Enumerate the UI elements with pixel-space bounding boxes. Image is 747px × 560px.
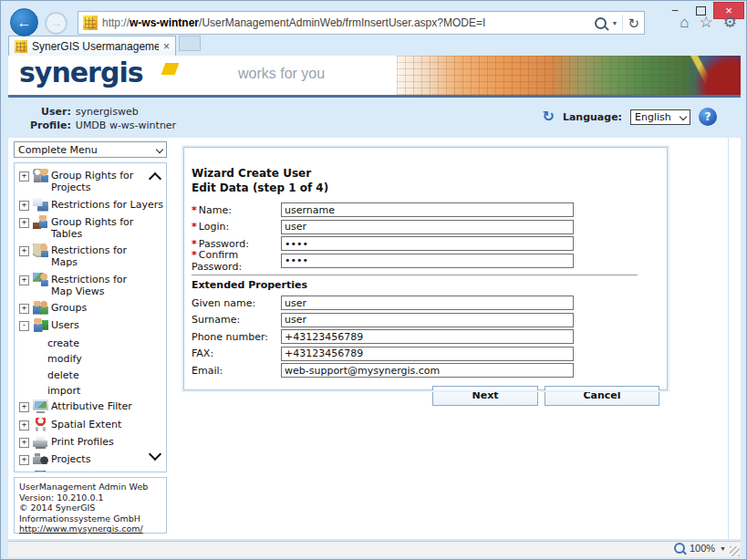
required-marker: *	[192, 249, 197, 261]
projects-icon	[33, 452, 48, 466]
url-text[interactable]: http://w-ws-wintner/UserManagementAdminW…	[102, 16, 590, 29]
tree-item-label: import	[47, 384, 80, 397]
email-label: Email:	[192, 365, 281, 377]
company-link[interactable]: http://www.mysynergis.com/	[19, 524, 143, 534]
tree-item-label: Group Rights for Tables	[51, 215, 164, 240]
groups-icon	[33, 301, 48, 315]
chevron-down-icon	[680, 113, 687, 120]
wizard-title: Wizard Create User	[192, 166, 659, 181]
map-views-globe-icon	[33, 471, 48, 472]
tree-item-groups[interactable]: + Groups	[19, 299, 164, 316]
zoom-magnifier-icon	[674, 543, 685, 554]
resize-grip[interactable]	[730, 546, 740, 556]
copyright: © 2014 SynerGIS	[19, 503, 161, 513]
label-text: Name:	[199, 204, 232, 216]
profile-value: UMDB w-ws-wintner	[76, 119, 176, 132]
expand-plus-icon[interactable]: +	[19, 420, 29, 430]
refresh-icon[interactable]: ↻	[628, 16, 639, 30]
login-input[interactable]	[281, 220, 574, 234]
tab-synergis-usermanagement[interactable]: SynerGIS Usermanagement ... ×	[8, 36, 176, 56]
email-input[interactable]	[281, 363, 574, 378]
user-profile-info: User: synergisweb Profile: UMDB w-ws-win…	[30, 105, 176, 132]
expand-plus-icon[interactable]: +	[19, 275, 29, 285]
expand-plus-icon[interactable]: +	[19, 201, 29, 211]
address-bar[interactable]: http://w-ws-wintner/UserManagementAdminW…	[78, 11, 645, 35]
new-tab-button[interactable]	[179, 36, 201, 51]
given-name-input[interactable]	[281, 296, 574, 310]
tree-item-users-create[interactable]: create	[19, 335, 164, 350]
tree-item-spatial-extent[interactable]: + Spatial Extent	[19, 416, 164, 433]
browser-window: – × ← → http://w-ws-wintner/UserManageme…	[0, 0, 747, 560]
password-input[interactable]	[281, 236, 574, 251]
required-marker: *	[192, 204, 197, 216]
tree-item-label: delete	[47, 368, 79, 381]
settings-icon[interactable]: ⚙	[723, 15, 737, 30]
address-bar-divider	[622, 15, 623, 31]
form-row-phone: Phone number:	[192, 328, 659, 346]
tree-item-group-rights-projects[interactable]: + Group Rights for Projects	[19, 167, 164, 195]
expand-plus-icon[interactable]: +	[19, 402, 29, 412]
tab-favicon	[15, 40, 27, 53]
tree-item-restrictions-maps[interactable]: + Restrictions forMaps	[19, 242, 164, 270]
back-button[interactable]: ←	[10, 8, 38, 36]
tree-item-projects[interactable]: + Projects	[19, 451, 164, 468]
expand-plus-icon[interactable]: +	[19, 246, 29, 256]
user-label: User:	[30, 105, 76, 119]
tree-item-label: Restrictions for Layers	[51, 198, 163, 211]
logo-diamond-icon	[161, 63, 180, 75]
home-icon[interactable]: ⌂	[680, 15, 689, 30]
expand-plus-icon[interactable]: +	[19, 455, 29, 465]
tree-item-attributive-filter[interactable]: + Attributive Filter	[19, 398, 164, 415]
form-row-name: *Name:	[192, 202, 659, 219]
surname-label: Surname:	[192, 314, 281, 326]
app-version: Version: 10.210.0.1	[19, 493, 161, 503]
section-divider	[192, 275, 638, 275]
tree-item-users-import[interactable]: import	[19, 382, 164, 398]
tree-item-map-views[interactable]: + Map Views	[19, 469, 164, 472]
phone-input[interactable]	[281, 329, 574, 344]
label-text: Confirm Password:	[192, 249, 242, 273]
back-arrow-icon: ←	[17, 15, 32, 31]
language-selected-value: English	[635, 111, 671, 123]
lock-user-icon	[33, 169, 48, 182]
search-caret-icon[interactable]: ▼	[611, 20, 617, 26]
favorites-icon[interactable]: ☆	[700, 15, 713, 30]
tree-item-restrictions-map-views[interactable]: + Restrictions forMap Views	[19, 271, 164, 299]
reload-sync-icon[interactable]: ↻	[542, 109, 554, 124]
tree-item-restrictions-layers[interactable]: + Restrictions for Layers	[19, 195, 164, 213]
tree-item-print-profiles[interactable]: + Print Profiles	[19, 433, 164, 451]
help-icon[interactable]: ?	[699, 108, 717, 126]
tree-item-users-modify[interactable]: modify	[19, 350, 164, 366]
collapse-minus-icon[interactable]: -	[19, 321, 29, 331]
search-icon[interactable]	[595, 17, 607, 29]
expand-plus-icon[interactable]: +	[19, 171, 29, 181]
expand-plus-icon[interactable]: +	[19, 218, 29, 228]
tree-item-users[interactable]: - Users	[19, 316, 164, 334]
expand-plus-icon[interactable]: +	[19, 304, 29, 314]
language-select[interactable]: English	[630, 109, 690, 125]
tab-close-icon[interactable]: ×	[163, 40, 170, 53]
attributive-filter-icon	[33, 399, 48, 413]
confirm-password-input[interactable]	[281, 254, 574, 268]
menu-selected-value: Complete Menu	[18, 144, 98, 156]
next-button[interactable]: Next	[432, 386, 538, 406]
tab-bar: SynerGIS Usermanagement ... ×	[8, 36, 746, 56]
sidebar-footer: UserManagement Admin Web Version: 10.210…	[14, 477, 167, 534]
restriction-mapviews-icon	[33, 273, 48, 286]
menu-select[interactable]: Complete Menu	[14, 141, 167, 158]
user-info-bar: User: synergisweb Profile: UMDB w-ws-win…	[8, 98, 741, 138]
tree-item-users-delete[interactable]: delete	[19, 366, 164, 381]
forward-button[interactable]: →	[45, 12, 67, 35]
name-label: *Name:	[192, 204, 281, 216]
fax-input[interactable]	[281, 347, 574, 361]
expand-plus-icon[interactable]: +	[19, 438, 29, 448]
wizard-step-title: Edit Data (step 1 of 4)	[192, 181, 659, 195]
tree-item-group-rights-tables[interactable]: + Group Rights for Tables	[19, 213, 164, 242]
name-input[interactable]	[281, 202, 574, 217]
zoom-control[interactable]: 100% ▼	[674, 543, 726, 554]
url-domain: w-ws-wintner	[130, 16, 199, 29]
zoom-caret-icon[interactable]: ▼	[720, 545, 726, 552]
surname-input[interactable]	[281, 313, 574, 327]
cancel-button[interactable]: Cancel	[545, 386, 659, 406]
tree-item-label: Spatial Extent	[51, 418, 121, 430]
